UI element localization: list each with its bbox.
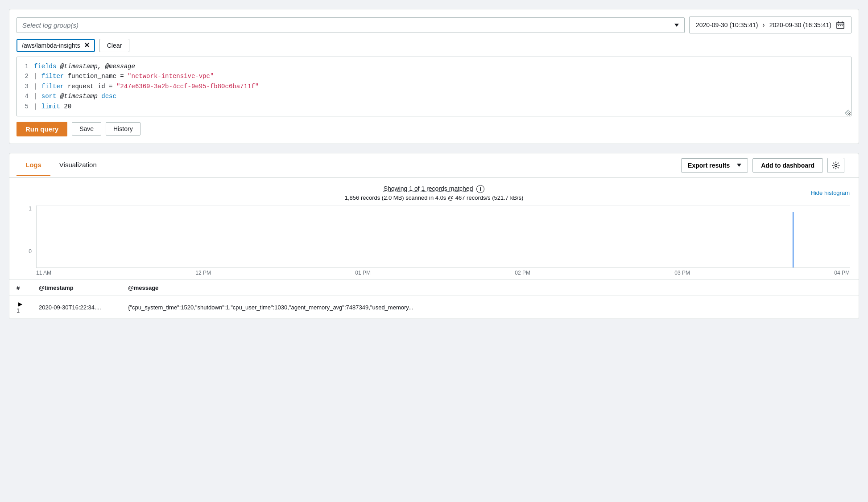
code-content: fields @timestamp, @message	[34, 62, 135, 71]
message-cell: {"cpu_system_time":1520,"shutdown":1,"cp…	[121, 296, 859, 319]
code-content: | sort @timestamp desc	[34, 91, 116, 101]
tabs-actions: Export results Add to dashboard	[674, 153, 851, 177]
col-header-message: @message	[121, 280, 859, 296]
query-editor[interactable]: 1 fields @timestamp, @message 2 | filter…	[17, 57, 851, 116]
svg-rect-5	[840, 25, 841, 26]
settings-button[interactable]	[827, 158, 844, 173]
resize-handle[interactable]	[845, 110, 850, 115]
grid-line-mid	[37, 237, 850, 237]
x-label-11am: 11 AM	[36, 270, 51, 276]
x-label-3pm: 03 PM	[674, 270, 690, 276]
arrow-icon: ›	[762, 21, 765, 29]
tab-logs[interactable]: Logs	[17, 155, 50, 176]
x-label-4pm: 04 PM	[834, 270, 850, 276]
histogram-title: Showing 1 of 1 records matched	[384, 185, 473, 192]
y-label-bottom: 0	[29, 248, 32, 255]
histogram-subtitle: 1,856 records (2.0 MB) scanned in 4.0s @…	[18, 194, 850, 201]
action-row: Run query Save History	[17, 122, 851, 136]
export-label: Export results	[688, 162, 730, 169]
x-label-1pm: 01 PM	[355, 270, 371, 276]
code-line-1: 1 fields @timestamp, @message	[23, 62, 845, 71]
row-num-cell: ▶ 1	[9, 296, 32, 319]
col-header-num: #	[9, 280, 32, 296]
gear-icon	[832, 161, 840, 169]
chart-body	[36, 206, 850, 268]
tag-label: /aws/lambda-insights	[22, 42, 80, 49]
col-header-timestamp: @timestamp	[32, 280, 121, 296]
code-line-4: 4 | sort @timestamp desc	[23, 91, 845, 101]
results-table: # @timestamp @message ▶ 1 2020-09-30T16:…	[9, 280, 859, 319]
expand-row-button[interactable]: ▶	[17, 301, 24, 307]
code-content: | limit 20	[34, 102, 71, 111]
svg-rect-6	[842, 25, 843, 26]
line-number: 5	[23, 102, 29, 111]
tab-visualization[interactable]: Visualization	[50, 155, 106, 176]
line-number: 4	[23, 91, 29, 101]
chart-x-labels: 11 AM 12 PM 01 PM 02 PM 03 PM 04 PM	[36, 268, 850, 280]
table-row: ▶ 1 2020-09-30T16:22:34.... {"cpu_system…	[9, 296, 859, 319]
hide-histogram-button[interactable]: Hide histogram	[811, 189, 850, 196]
y-label-top: 1	[29, 206, 32, 212]
row-number: 1	[17, 307, 20, 314]
svg-point-7	[835, 164, 837, 166]
code-line-3: 3 | filter request_id = "247e6369-3a2b-4…	[23, 82, 845, 91]
x-label-2pm: 02 PM	[515, 270, 530, 276]
histogram-info: Showing 1 of 1 records matched i 1,856 r…	[18, 185, 850, 201]
code-content: | filter function_name = "network-intens…	[34, 71, 214, 81]
export-results-button[interactable]: Export results	[681, 158, 748, 173]
date-end: 2020-09-30 (16:35:41)	[769, 21, 831, 29]
date-start: 2020-09-30 (10:35:41)	[696, 21, 758, 29]
tabs-bar: Logs Visualization Export results Add to…	[9, 153, 859, 178]
svg-rect-4	[838, 25, 839, 26]
query-editor-panel: Select log group(s) 2020-09-30 (10:35:41…	[9, 9, 859, 144]
tag-row: /aws/lambda-insights ✕ Clear	[17, 39, 851, 52]
log-group-select[interactable]: Select log group(s)	[17, 17, 685, 33]
chart-y-labels: 1 0	[18, 206, 32, 255]
line-number: 1	[23, 62, 29, 71]
log-group-placeholder: Select log group(s)	[22, 21, 79, 29]
timestamp-cell: 2020-09-30T16:22:34....	[32, 296, 121, 319]
save-button[interactable]: Save	[72, 122, 101, 136]
histogram-chart: 1 0	[18, 206, 850, 268]
grid-line-top	[37, 206, 850, 206]
line-number: 2	[23, 71, 29, 81]
results-panel: Logs Visualization Export results Add to…	[9, 153, 859, 319]
add-to-dashboard-button[interactable]: Add to dashboard	[752, 158, 823, 173]
histogram-area: Showing 1 of 1 records matched i 1,856 r…	[9, 178, 859, 280]
info-icon: i	[476, 185, 484, 193]
date-range-picker[interactable]: 2020-09-30 (10:35:41) › 2020-09-30 (16:3…	[689, 16, 851, 33]
calendar-icon	[836, 21, 845, 29]
header-row: Select log group(s) 2020-09-30 (10:35:41…	[17, 16, 851, 33]
run-query-button[interactable]: Run query	[17, 122, 67, 136]
clear-button[interactable]: Clear	[99, 39, 129, 52]
code-content: | filter request_id = "247e6369-3a2b-4cc…	[34, 82, 259, 91]
chevron-down-icon	[674, 24, 679, 27]
export-chevron-icon	[737, 164, 741, 167]
log-group-tag: /aws/lambda-insights ✕	[17, 39, 95, 52]
table-header-row: # @timestamp @message	[9, 280, 859, 296]
line-number: 3	[23, 82, 29, 91]
tag-close-icon[interactable]: ✕	[84, 42, 90, 49]
code-line-5: 5 | limit 20	[23, 102, 845, 111]
chart-bar-spike	[793, 212, 794, 267]
code-line-2: 2 | filter function_name = "network-inte…	[23, 71, 845, 81]
history-button[interactable]: History	[106, 122, 141, 136]
x-label-12pm: 12 PM	[195, 270, 211, 276]
